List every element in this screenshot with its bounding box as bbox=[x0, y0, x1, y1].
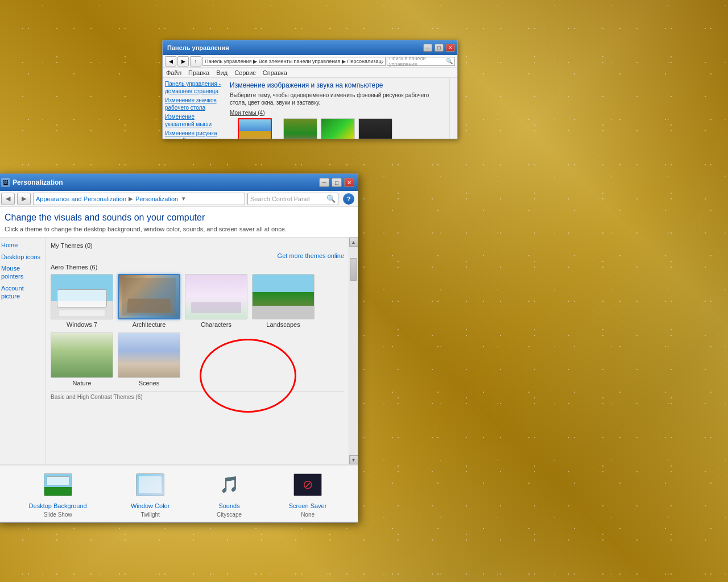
russian-title: Панель управления bbox=[165, 44, 421, 51]
address-part-personalization[interactable]: Personalization bbox=[135, 196, 178, 202]
russian-minimize-btn[interactable]: ─ bbox=[423, 44, 432, 52]
scrollbar-up-btn[interactable]: ▲ bbox=[349, 238, 358, 247]
my-themes-label: My Themes (0) bbox=[51, 242, 344, 249]
theme-nature[interactable]: Nature bbox=[51, 332, 113, 386]
russian-theme-unsaved[interactable]: Несохраненная тема bbox=[230, 118, 280, 139]
russian-menu-service[interactable]: Сервис bbox=[234, 69, 256, 76]
section-divider bbox=[51, 391, 344, 392]
russian-menu-view[interactable]: Вид bbox=[216, 69, 228, 76]
desktop-background-sublabel: Slide Show bbox=[44, 512, 72, 518]
russian-theme-brazil[interactable]: Бразилия bbox=[321, 118, 355, 139]
titlebar: 🖼 Personalization ─ □ ✕ bbox=[0, 174, 358, 191]
russian-titlebar: Панель управления ─ □ ✕ bbox=[163, 40, 457, 55]
russian-toolbar: ◀ ▶ ↑ Панель управления ▶ Все элементы п… bbox=[163, 55, 457, 68]
russian-theme-thumb-brazil bbox=[321, 118, 355, 139]
themes-container: My Themes (0) Get more themes online Aer… bbox=[46, 238, 349, 464]
themes-scrollbar: ▲ ▼ bbox=[349, 238, 358, 464]
page-subtitle: Click a theme to change the desktop back… bbox=[5, 225, 351, 234]
basic-themes-label: Basic and High Contrast Themes (6) bbox=[51, 394, 344, 400]
theme-name-landscapes: Landscapes bbox=[266, 321, 300, 328]
window-color-sublabel: Twilight bbox=[140, 512, 159, 518]
theme-name-characters: Characters bbox=[201, 321, 231, 328]
sidebar-link-account[interactable]: Account picture bbox=[1, 284, 42, 301]
sounds-item[interactable]: 🎵 Sounds Cityscape bbox=[214, 469, 245, 518]
aero-themes-section: Aero Themes (6) Windows 7 bbox=[51, 264, 344, 386]
my-themes-section: My Themes (0) Get more themes online bbox=[51, 242, 344, 259]
titlebar-text: Personalization bbox=[13, 178, 317, 186]
close-button[interactable]: ✕ bbox=[344, 178, 354, 187]
scroll-section: Home Desktop icons Mouse pointers Accoun… bbox=[0, 238, 358, 464]
aero-themes-label: Aero Themes (6) bbox=[51, 264, 344, 271]
address-bar[interactable]: Appearance and Personalization ▶ Persona… bbox=[33, 193, 245, 205]
russian-sidebar-account[interactable]: Изменение рисунка учетной записи bbox=[165, 130, 223, 139]
back-button[interactable]: ◀ bbox=[1, 193, 15, 205]
russian-theme-thumb-style bbox=[358, 118, 392, 139]
theme-scenes[interactable]: Scenes bbox=[118, 332, 180, 386]
theme-architecture[interactable]: Architecture bbox=[118, 274, 180, 328]
get-more-themes-link[interactable]: Get more themes online bbox=[278, 252, 344, 259]
scrollbar-track[interactable] bbox=[349, 247, 358, 455]
sidebar: Home Desktop icons Mouse pointers Accoun… bbox=[0, 238, 46, 464]
page-header: Change the visuals and sounds on your co… bbox=[0, 207, 358, 238]
address-part-appearance[interactable]: Appearance and Personalization bbox=[36, 196, 126, 202]
minimize-button[interactable]: ─ bbox=[319, 178, 329, 187]
sounds-label: Sounds bbox=[218, 502, 239, 509]
russian-sidebar-icons[interactable]: Изменение значков рабочего стола bbox=[165, 97, 223, 111]
desktop-bg-preview bbox=[44, 473, 72, 496]
russian-sidebar-mouse[interactable]: Изменение указателей мыши bbox=[165, 113, 223, 128]
russian-search-placeholder: Поиск в панели управления bbox=[389, 56, 446, 67]
russian-close-btn[interactable]: ✕ bbox=[446, 44, 455, 52]
russian-themes-label: Мои темы (4) bbox=[230, 110, 445, 116]
aero-themes-grid: Windows 7 Architecture bbox=[51, 274, 344, 386]
russian-content: Панель управления - домашняя страница Из… bbox=[163, 78, 457, 139]
russian-main: Изменение изображения и звука на компьют… bbox=[225, 78, 449, 139]
russian-sidebar-home[interactable]: Панель управления - домашняя страница bbox=[165, 80, 223, 95]
theme-landscapes[interactable]: Landscapes bbox=[252, 274, 315, 328]
window-color-item[interactable]: Window Color Twilight bbox=[131, 469, 169, 518]
window-color-icon bbox=[135, 469, 166, 500]
russian-menu-edit[interactable]: Правка bbox=[188, 69, 209, 76]
toolbar: ◀ ▶ Appearance and Personalization ▶ Per… bbox=[0, 191, 358, 207]
theme-thumbnail-scenes bbox=[118, 332, 180, 378]
page-title: Change the visuals and sounds on your co… bbox=[5, 213, 351, 223]
search-box[interactable]: Search Control Panel 🔍 bbox=[247, 193, 338, 205]
sidebar-link-icons[interactable]: Desktop icons bbox=[1, 253, 42, 261]
russian-theme-style[interactable]: Темы в стиле bbox=[358, 118, 392, 139]
bottom-bar: Desktop Background Slide Show Window Col… bbox=[0, 464, 358, 521]
theme-name-windows7: Windows 7 bbox=[67, 321, 97, 328]
russian-sidebar: Панель управления - домашняя страница Из… bbox=[163, 78, 225, 139]
russian-menu-help[interactable]: Справка bbox=[263, 69, 287, 76]
russian-up-btn[interactable]: ↑ bbox=[190, 56, 201, 66]
theme-characters[interactable]: Characters bbox=[185, 274, 247, 328]
russian-maximize-btn[interactable]: □ bbox=[435, 44, 444, 52]
address-separator: ▶ bbox=[129, 196, 133, 202]
russian-theme-thumb-unsaved bbox=[238, 118, 272, 139]
sidebar-link-home[interactable]: Home bbox=[1, 241, 42, 249]
window-color-label: Window Color bbox=[131, 502, 169, 509]
scrollbar-down-btn[interactable]: ▼ bbox=[349, 455, 358, 464]
titlebar-icon: 🖼 bbox=[1, 178, 10, 187]
content-area: Change the visuals and sounds on your co… bbox=[0, 207, 358, 521]
russian-search-bar[interactable]: Поиск в панели управления 🔍 bbox=[387, 57, 455, 66]
theme-windows7[interactable]: Windows 7 bbox=[51, 274, 113, 328]
theme-thumbnail-architecture bbox=[118, 274, 180, 319]
window-color-preview bbox=[136, 473, 164, 496]
russian-back-btn[interactable]: ◀ bbox=[165, 56, 176, 66]
russian-menu-file[interactable]: Файл bbox=[166, 69, 181, 76]
help-button[interactable]: ? bbox=[343, 193, 354, 205]
russian-page-subtitle: Выберите тему, чтобы одновременно измени… bbox=[230, 92, 445, 106]
russian-nav-buttons: ◀ ▶ ↑ bbox=[165, 56, 201, 66]
address-dropdown-icon[interactable]: ▾ bbox=[180, 195, 187, 202]
forward-button[interactable]: ▶ bbox=[17, 193, 31, 205]
desktop-background-item[interactable]: Desktop Background Slide Show bbox=[29, 469, 87, 518]
russian-address-text: Панель управления ▶ Все элементы панели … bbox=[205, 59, 383, 64]
screen-saver-item[interactable]: Screen Saver None bbox=[289, 469, 327, 518]
sidebar-link-mouse[interactable]: Mouse pointers bbox=[1, 264, 42, 281]
russian-theme-111[interactable]: 111 bbox=[283, 118, 317, 139]
russian-address-bar[interactable]: Панель управления ▶ Все элементы панели … bbox=[202, 57, 386, 66]
desktop-background-label: Desktop Background bbox=[29, 502, 87, 509]
theme-thumbnail-nature bbox=[51, 332, 113, 378]
russian-forward-btn[interactable]: ▶ bbox=[177, 56, 189, 66]
maximize-button[interactable]: □ bbox=[332, 178, 342, 187]
scrollbar-thumb[interactable] bbox=[350, 258, 357, 281]
